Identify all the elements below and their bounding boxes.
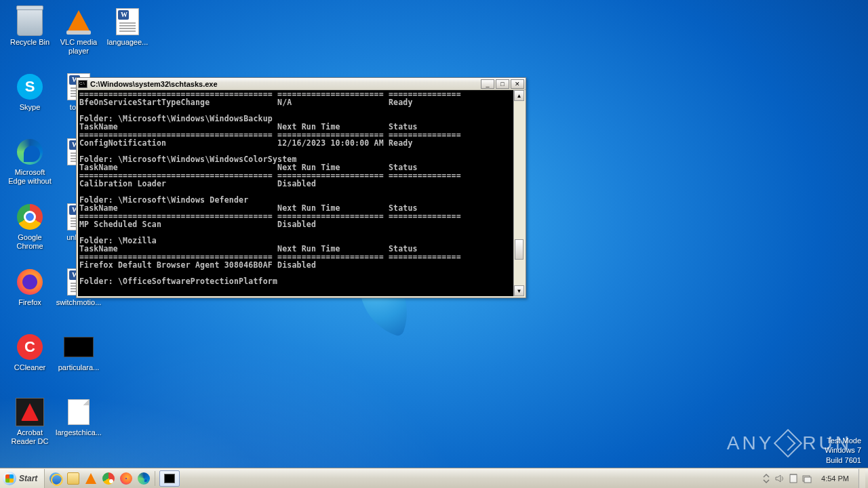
- desktop-icon-label: Microsoft Edge without: [6, 168, 54, 186]
- console-output: ========================================…: [78, 90, 513, 296]
- desktop-icon-particulara-[interactable]: particulara...: [54, 331, 103, 386]
- desktop-icon-microsoft-edge-without[interactable]: Microsoft Edge without: [5, 136, 54, 191]
- test-mode-label: Test Mode: [825, 436, 861, 445]
- taskbar-clock[interactable]: 4:54 PM: [817, 474, 853, 483]
- explorer-pinned-icon[interactable]: [65, 470, 81, 487]
- edge-icon: [15, 137, 45, 167]
- desktop-icon-label: largestchica...: [55, 428, 102, 437]
- chrome-pinned-icon[interactable]: [100, 470, 117, 487]
- edge-pinned-icon[interactable]: [136, 470, 152, 487]
- scroll-down-arrow[interactable]: ▼: [514, 285, 524, 296]
- desktop-icon-firefox[interactable]: Firefox: [5, 266, 54, 321]
- ccleaner-icon: [15, 332, 45, 362]
- window-title: C:\Windows\system32\schtasks.exe: [90, 80, 481, 88]
- desktop-icon-label: Acrobat Reader DC: [6, 428, 54, 446]
- desktop-icon-acrobat-reader-dc[interactable]: Acrobat Reader DC: [5, 396, 54, 451]
- desktop-icon-label: switchmotio...: [55, 298, 102, 307]
- desktop-icon-label: particulara...: [55, 363, 102, 372]
- ie-pinned-icon[interactable]: [47, 470, 64, 487]
- action-center-icon[interactable]: [789, 474, 798, 483]
- desktop-icon-label: Recycle Bin: [6, 38, 54, 47]
- desktop-icon-label: Firefox: [6, 298, 54, 307]
- console-window[interactable]: C:\Windows\system32\schtasks.exe _ □ ✕ =…: [76, 77, 526, 298]
- console-body: ========================================…: [78, 90, 524, 296]
- maximize-button[interactable]: □: [496, 79, 509, 89]
- windows-orb-icon: [3, 472, 16, 485]
- vlc-icon: [64, 7, 94, 37]
- docx-icon: [113, 7, 142, 37]
- build-watermark: Test Mode Windows 7 Build 7601: [825, 436, 861, 465]
- desktop-icon-recycle-bin[interactable]: Recycle Bin: [5, 5, 54, 61]
- minimize-button[interactable]: _: [481, 79, 494, 89]
- desktop-icon-label: CCleaner: [6, 363, 54, 372]
- os-label: Windows 7: [825, 445, 861, 455]
- watermark-text-left: ANY: [727, 432, 774, 454]
- cmd-taskbar-icon: [164, 474, 175, 483]
- svg-rect-0: [790, 474, 797, 483]
- firefox-pinned-icon[interactable]: [118, 470, 134, 487]
- bin-icon: [15, 7, 45, 37]
- taskbar: Start 4:54 PM: [0, 468, 868, 488]
- firefox-icon: [15, 267, 45, 297]
- start-label: Start: [19, 474, 37, 483]
- show-desktop-button[interactable]: [859, 469, 865, 488]
- desktop-icon-skype[interactable]: SSkype: [5, 70, 54, 126]
- blackfile-icon: [64, 332, 94, 362]
- skype-icon: S: [15, 72, 45, 102]
- desktop-icon-label: languagee...: [104, 38, 151, 47]
- scroll-up-arrow[interactable]: ▲: [514, 90, 524, 101]
- volume-icon[interactable]: [775, 474, 785, 483]
- window-titlebar[interactable]: C:\Windows\system32\schtasks.exe _ □ ✕: [77, 78, 526, 90]
- scrollbar-vertical[interactable]: ▲ ▼: [513, 90, 524, 296]
- taskbar-cmd-window[interactable]: [159, 470, 180, 487]
- tray-expand-icon[interactable]: [762, 474, 771, 483]
- genericfile-icon: [64, 397, 94, 427]
- build-label: Build 7601: [825, 455, 861, 465]
- network-icon[interactable]: [802, 474, 812, 483]
- desktop-icon-languagee-[interactable]: languagee...: [103, 5, 152, 61]
- desktop-icon-largestchica-[interactable]: largestchica...: [54, 396, 103, 451]
- desktop-icon-ccleaner[interactable]: CCleaner: [5, 331, 54, 386]
- chrome-icon: [15, 202, 45, 232]
- system-tray: 4:54 PM: [759, 468, 868, 488]
- desktop-icon-vlc-media-player[interactable]: VLC media player: [54, 5, 103, 61]
- vlc-pinned-icon[interactable]: [83, 470, 99, 487]
- desktop-icon-label: Skype: [6, 103, 54, 112]
- desktop-icon-label: VLC media player: [55, 38, 102, 56]
- pinned-apps: [45, 468, 182, 488]
- scroll-thumb[interactable]: [515, 239, 524, 260]
- desktop-icon-label: Google Chrome: [6, 233, 54, 251]
- acrobat-icon: [15, 397, 45, 427]
- play-icon: [774, 429, 802, 458]
- start-button[interactable]: Start: [0, 469, 45, 488]
- svg-rect-2: [804, 477, 811, 483]
- cmd-icon: [78, 80, 87, 88]
- close-button[interactable]: ✕: [511, 79, 524, 89]
- desktop-icon-google-chrome[interactable]: Google Chrome: [5, 201, 54, 256]
